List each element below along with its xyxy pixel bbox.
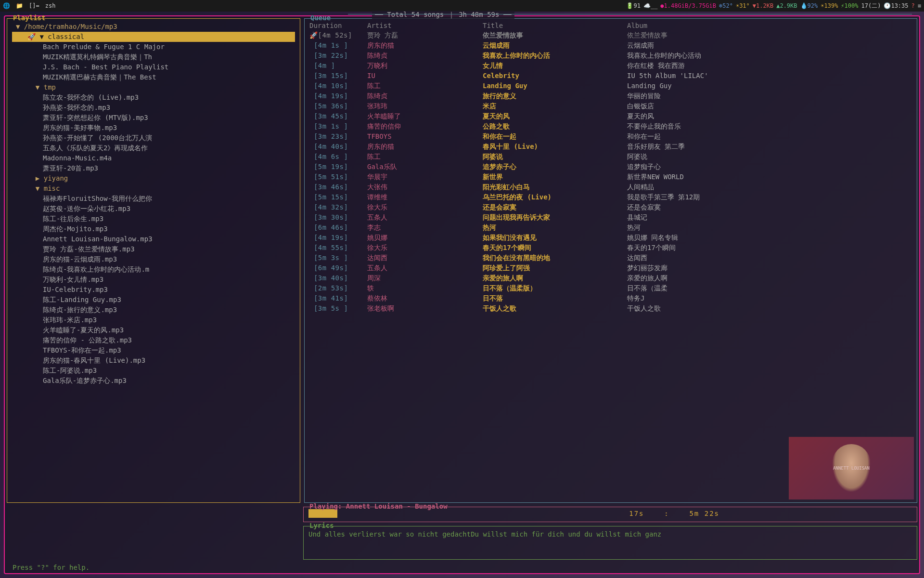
queue-row[interactable]: [4m ]万晓利女儿情你在红楼 我在西游 bbox=[309, 61, 912, 71]
queue-artist: 张老板啊 bbox=[367, 303, 483, 314]
tree-file[interactable]: 痛苦的信仰 - 公路之歌.mp3 bbox=[12, 335, 295, 345]
queue-row[interactable]: [5m 19s]Gala乐队追梦赤子心追梦痴子心 bbox=[309, 162, 912, 172]
queue-title: 追梦赤子心 bbox=[483, 162, 627, 172]
tree-file[interactable]: 贾玲 方磊-依兰爱情故事.mp3 bbox=[12, 244, 295, 254]
queue-album: 达闻西 bbox=[627, 253, 912, 263]
tree-file[interactable]: 周杰伦-Mojito.mp3 bbox=[12, 224, 295, 234]
lyrics-panel: Lyrics Und alles verlierst war so nicht … bbox=[303, 526, 917, 560]
tree-file[interactable]: 陈工-Landing Guy.mp3 bbox=[12, 295, 295, 305]
queue-row[interactable]: [4m 6s ]陈工阿婆说阿婆说 bbox=[309, 152, 912, 162]
queue-row[interactable]: [3m 5s ]张老板啊干饭人之歌干饭人之歌 bbox=[309, 303, 912, 314]
tree-file[interactable]: IU-Celebrity.mp3 bbox=[12, 285, 295, 295]
tree-file[interactable]: 萧亚轩-20首.mp3 bbox=[12, 163, 295, 173]
queue-row[interactable]: [3m 22s]陈绮贞我喜欢上你时的内心活我喜欢上你时的内心活动 bbox=[309, 51, 912, 61]
queue-row[interactable]: [2m 53s]轶日不落（温柔版）日不落（温柔 bbox=[309, 283, 912, 293]
tree-folder-yiyang[interactable]: ▶ yiyang bbox=[12, 173, 295, 184]
queue-row[interactable]: [4m 32s]徐大乐还是会寂寞还是会寂寞 bbox=[309, 202, 912, 212]
tree-file[interactable]: 房东的猫-云烟成雨.mp3 bbox=[12, 254, 295, 264]
queue-row[interactable]: [3m 30s]五条人问题出现我再告诉大家县城记 bbox=[309, 212, 912, 223]
album-art: ANNETT LOUISAN bbox=[789, 437, 914, 499]
tree-file[interactable]: 五条人《乐队的夏天2》再现成名作 bbox=[12, 143, 295, 153]
queue-row[interactable]: [4m 55s]徐大乐春天的17个瞬间春天的17个瞬间 bbox=[309, 243, 912, 253]
playlist-tree[interactable]: ▼ /home/tramhao/Music/mp3🚀 ▼ classicalBa… bbox=[12, 22, 295, 386]
queue-row[interactable]: [5m 51s]华晨宇新世界新世界NEW WORLD bbox=[309, 172, 912, 182]
queue-row[interactable]: [3m 40s]周深亲爱的旅人啊亲爱的旅人啊 bbox=[309, 273, 912, 283]
queue-row[interactable]: [3m 1s ]痛苦的信仰公路之歌不要停止我的音乐 bbox=[309, 121, 912, 131]
queue-body[interactable]: 🚀[4m 52s]贾玲 方磊依兰爱情故事依兰爱情故事 [4m 1s ]房东的猫云… bbox=[309, 30, 912, 314]
queue-duration: [3m 23s] bbox=[309, 131, 367, 142]
tree-file[interactable]: 萧亚轩-突然想起你 (MTV版).mp3 bbox=[12, 113, 295, 123]
queue-row[interactable]: [3m 41s]蔡依林日不落特务J bbox=[309, 293, 912, 303]
tree-file[interactable]: 赵英俊-送你一朵小红花.mp3 bbox=[12, 204, 295, 214]
queue-duration: [4m 19s] bbox=[309, 91, 367, 101]
menu-icon[interactable]: ≡ bbox=[918, 2, 921, 9]
queue-title: 阿珍爱上了阿强 bbox=[483, 263, 627, 273]
pct-3: ⚡100% bbox=[841, 2, 858, 9]
tree-file[interactable]: MUZIK精選莫札特鋼琴古典音樂｜Th bbox=[12, 52, 295, 62]
globe-icon[interactable]: 🌐 bbox=[3, 2, 10, 9]
tree-file[interactable]: Gala乐队-追梦赤子心.mp3 bbox=[12, 376, 295, 386]
queue-row[interactable]: [4m 19s]陈绮贞旅行的意义华丽的冒险 bbox=[309, 91, 912, 101]
header-duration: Duration bbox=[309, 22, 367, 29]
queue-title: 云烟成雨 bbox=[483, 40, 627, 51]
queue-row[interactable]: [3m 46s]大张伟阳光彩虹小白马人间精品 bbox=[309, 182, 912, 192]
tree-file[interactable]: 房东的猫-美好事物.mp3 bbox=[12, 123, 295, 133]
queue-album: 人间精品 bbox=[627, 182, 912, 192]
tree-file[interactable]: 张玮玮-米店.mp3 bbox=[12, 315, 295, 325]
tree-file[interactable]: TFBOYS-和你在一起.mp3 bbox=[12, 345, 295, 355]
queue-row[interactable]: [6m 49s]五条人阿珍爱上了阿强梦幻丽莎发廊 bbox=[309, 263, 912, 273]
queue-row[interactable]: [5m 15s]谭维维乌兰巴托的夜 (Live)我是歌手第三季 第12期 bbox=[309, 192, 912, 202]
queue-row[interactable]: [6m 46s]李志热河热河 bbox=[309, 223, 912, 233]
tree-file[interactable]: 陈工-往后余生.mp3 bbox=[12, 214, 295, 224]
queue-row[interactable]: [3m 15s]IUCelebrityIU 5th Album 'LILAC' bbox=[309, 71, 912, 81]
tree-file[interactable]: MUZIK精選巴赫古典音樂｜The Best bbox=[12, 72, 295, 82]
queue-row[interactable]: [4m 10s]陈工Landing GuyLanding Guy bbox=[309, 81, 912, 91]
tree-folder-misc[interactable]: ▼ misc bbox=[12, 184, 295, 194]
tree-root[interactable]: ▼ /home/tramhao/Music/mp3 bbox=[12, 22, 295, 32]
tree-file[interactable]: 房东的猫-春风十里 (Live).mp3 bbox=[12, 355, 295, 366]
tree-file[interactable]: 陈立农-我怀念的 (Live).mp3 bbox=[12, 92, 295, 103]
queue-title: 如果我们没有遇见 bbox=[483, 233, 627, 243]
queue-row[interactable]: [3m 45s]火羊瞌睡了夏天的风夏天的风 bbox=[309, 111, 912, 121]
tree-file[interactable]: 福禄寿FloruitShow-我用什么把你 bbox=[12, 194, 295, 204]
tree-file[interactable]: 陈绮贞-旅行的意义.mp3 bbox=[12, 305, 295, 315]
queue-duration: [3m 46s] bbox=[309, 182, 367, 192]
folder-icon[interactable]: 📁 bbox=[16, 2, 23, 9]
tree-file[interactable]: 陈绮贞-我喜欢上你时的内心活动.m bbox=[12, 264, 295, 275]
queue-row[interactable]: 🚀[4m 52s]贾玲 方磊依兰爱情故事依兰爱情故事 bbox=[309, 30, 912, 40]
queue-row[interactable]: [5m 36s]张玮玮米店白银饭店 bbox=[309, 101, 912, 111]
tree-file[interactable]: Bach Prelude & Fugue 1 C Major bbox=[12, 42, 295, 52]
queue-title: 新世界 bbox=[483, 172, 627, 182]
queue-title: 依兰爱情故事 bbox=[483, 30, 627, 40]
tree-file[interactable]: Annett Louisan-Bungalow.mp3 bbox=[12, 234, 295, 244]
header-title: Title bbox=[483, 22, 627, 29]
queue-duration: [4m 1s ] bbox=[309, 40, 367, 51]
tree-folder-tmp[interactable]: ▼ tmp bbox=[12, 82, 295, 92]
queue-row[interactable]: [4m 1s ]房东的猫云烟成雨云烟成雨 bbox=[309, 40, 912, 51]
tree-file[interactable]: J.S. Bach - Best Piano Playlist bbox=[12, 62, 295, 72]
playlist-panel: Playlist ▼ /home/tramhao/Music/mp3🚀 ▼ cl… bbox=[7, 18, 300, 503]
queue-artist: 李志 bbox=[367, 223, 483, 233]
queue-duration: [5m 15s] bbox=[309, 192, 367, 202]
queue-album: 春天的17个瞬间 bbox=[627, 243, 912, 253]
queue-duration: [3m 15s] bbox=[309, 71, 367, 81]
queue-row[interactable]: [5m 3s ]达闻西我们会在没有黑暗的地达闻西 bbox=[309, 253, 912, 263]
tree-file[interactable]: 万晓利-女儿情.mp3 bbox=[12, 275, 295, 285]
help-icon[interactable]: ? bbox=[911, 2, 915, 9]
tree-file[interactable]: 陈工-阿婆说.mp3 bbox=[12, 366, 295, 376]
tree-file[interactable]: Madonna-Music.m4a bbox=[12, 153, 295, 163]
queue-album: 夏天的风 bbox=[627, 111, 912, 121]
queue-duration: [4m 32s] bbox=[309, 202, 367, 212]
tree-file[interactable]: 孙燕姿-我怀念的.mp3 bbox=[12, 103, 295, 113]
queue-artist: 五条人 bbox=[367, 263, 483, 273]
tree-file[interactable]: 孙燕姿-开始懂了 (2000台北万人演 bbox=[12, 133, 295, 143]
queue-row[interactable]: [3m 23s]TFBOYS和你在一起和你在一起 bbox=[309, 131, 912, 142]
tree-file[interactable]: 火羊瞌睡了-夏天的风.mp3 bbox=[12, 325, 295, 335]
queue-artist: 陈绮贞 bbox=[367, 91, 483, 101]
temp-2: ☀31° bbox=[736, 2, 750, 9]
queue-row[interactable]: [4m 19s]姚贝娜如果我们没有遇见姚贝娜 同名专辑 bbox=[309, 233, 912, 243]
queue-row[interactable]: [4m 40s]房东的猫春风十里 (Live)音乐好朋友 第二季 bbox=[309, 142, 912, 152]
queue-album: 姚贝娜 同名专辑 bbox=[627, 233, 912, 243]
tree-folder-classical[interactable]: 🚀 ▼ classical bbox=[12, 32, 295, 42]
progress-bar[interactable] bbox=[308, 509, 337, 518]
